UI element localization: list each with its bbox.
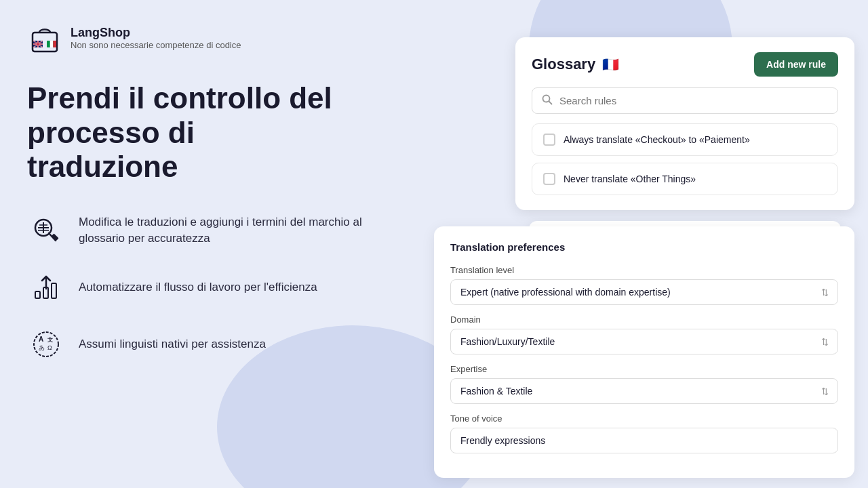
domain-select[interactable]: Fashion/Luxury/Textile xyxy=(450,329,838,354)
features-list: Modifica le traduzioni e aggiungi i term… xyxy=(27,211,366,363)
translation-level-select[interactable]: Expert (native professional with domain … xyxy=(450,279,838,305)
svg-text:A: A xyxy=(39,336,43,343)
search-input[interactable] xyxy=(559,95,828,106)
svg-rect-12 xyxy=(53,41,56,47)
translation-level-field: Translation level Expert (native profess… xyxy=(450,265,838,305)
feature-text-3: Assumi linguisti nativi per assistenza xyxy=(79,336,266,352)
logo-title: LangShop xyxy=(71,26,241,40)
domain-label: Domain xyxy=(450,314,838,325)
add-new-rule-button[interactable]: Add new rule xyxy=(754,52,838,77)
tone-label: Tone of voice xyxy=(450,413,838,424)
rule-text-1: Always translate «Checkout» to «Paiement… xyxy=(564,134,750,145)
feature-item: Automatizzare il flusso di lavoro per l'… xyxy=(27,268,366,306)
feature-item: A 文 あ Ω Assumi linguisti nativi per assi… xyxy=(27,325,366,363)
expertise-select-wrapper: Fashion & Textile xyxy=(450,378,838,404)
feature-item: Modifica le traduzioni e aggiungi i term… xyxy=(27,211,366,249)
svg-line-29 xyxy=(549,102,552,104)
svg-rect-20 xyxy=(35,291,40,298)
feature-text-2: Automatizzare il flusso di lavoro per l'… xyxy=(79,279,317,296)
logo-subtitle: Non sono necessarie competenze di codice xyxy=(71,40,241,50)
search-box xyxy=(532,87,838,114)
expertise-label: Expertise xyxy=(450,364,838,374)
domain-field: Domain Fashion/Luxury/Textile xyxy=(450,314,838,354)
domain-select-wrapper: Fashion/Luxury/Textile xyxy=(450,329,838,354)
search-icon xyxy=(542,94,553,107)
glossary-card: Glossary 🇫🇷 Add new rule Always translat… xyxy=(515,37,854,210)
svg-rect-11 xyxy=(50,41,54,47)
rule-item: Always translate «Checkout» to «Paiement… xyxy=(532,123,838,156)
glossary-feature-icon xyxy=(27,211,65,249)
translation-level-select-wrapper: Expert (native professional with domain … xyxy=(450,279,838,305)
glossary-title: Glossary xyxy=(532,56,595,73)
translation-preferences-card: Translation preferences Translation leve… xyxy=(434,226,854,478)
left-content: Prendi il controllo del processo di trad… xyxy=(27,81,366,363)
tone-field: Tone of voice xyxy=(450,413,838,453)
logo-text-block: LangShop Non sono necessarie competenze … xyxy=(71,26,241,50)
feature-text-1: Modifica le traduzioni e aggiungi i term… xyxy=(79,214,366,247)
prefs-title: Translation preferences xyxy=(450,241,838,253)
main-heading: Prendi il controllo del processo di trad… xyxy=(27,81,366,184)
expertise-select[interactable]: Fashion & Textile xyxy=(450,378,838,404)
tone-input[interactable] xyxy=(450,428,838,453)
rule-checkbox-1[interactable] xyxy=(543,134,555,146)
rule-item: Never translate «Other Things» xyxy=(532,163,838,195)
workflow-feature-icon xyxy=(27,268,65,306)
svg-text:文: 文 xyxy=(47,336,53,343)
rule-checkbox-2[interactable] xyxy=(543,173,555,185)
linguist-feature-icon: A 文 あ Ω xyxy=(27,325,65,363)
logo-icon xyxy=(27,20,62,56)
svg-point-23 xyxy=(34,332,58,357)
glossary-title-group: Glossary 🇫🇷 xyxy=(532,56,619,73)
glossary-flag: 🇫🇷 xyxy=(602,56,619,73)
page-wrapper: LangShop Non sono necessarie competenze … xyxy=(0,0,868,488)
translation-level-label: Translation level xyxy=(450,265,838,275)
rule-text-2: Never translate «Other Things» xyxy=(564,174,696,184)
svg-rect-22 xyxy=(52,283,56,298)
expertise-field: Expertise Fashion & Textile xyxy=(450,364,838,404)
svg-text:Ω: Ω xyxy=(47,344,52,351)
glossary-header: Glossary 🇫🇷 Add new rule xyxy=(532,52,838,77)
svg-text:あ: あ xyxy=(39,344,45,351)
